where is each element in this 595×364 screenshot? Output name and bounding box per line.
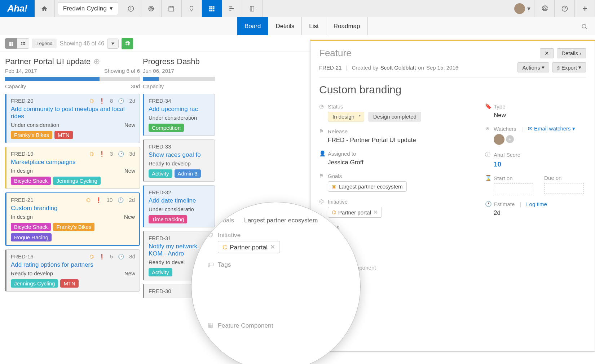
status-select[interactable]: In design [328,112,364,121]
score-value[interactable]: 10 [494,160,586,168]
due-date-input[interactable] [544,183,584,194]
card-tag[interactable]: Franky's Bikes [11,131,52,139]
release-value[interactable]: FRED - Partner Portal UI update [328,137,471,144]
log-time-link[interactable]: Log time [526,201,547,207]
feature-card[interactable]: FRED-30 [143,284,215,298]
email-watchers-link[interactable]: ✉ Email watchers ▾ [528,125,575,132]
plus-icon[interactable] [575,0,595,17]
view-grid-button[interactable] [17,38,29,48]
caret-down-icon: ▾ [110,5,113,12]
card-status: Under consideratio [149,206,194,212]
svg-rect-23 [9,44,11,46]
initiative-chip[interactable]: ⌬Partner portal✕ [328,207,382,218]
tab-details[interactable]: Details [268,17,302,35]
export-button[interactable]: ⎋ Export ▾ [552,62,586,72]
feature-card[interactable]: FRED-20⌬❗8🕐2d Add community to post meet… [5,94,140,143]
capacity-label: Capacity [5,83,26,89]
legend-button[interactable]: Legend [32,39,57,48]
card-title-link[interactable]: Show races goal fo [149,151,210,159]
card-tag[interactable]: Jennings Cycling [11,279,58,288]
filter-button[interactable] [107,39,119,49]
tag-chip[interactable]: Franky's Bikes✕ [382,232,436,243]
card-tag[interactable]: MTN [54,131,73,139]
help-icon[interactable] [555,0,575,17]
search-icon[interactable] [574,22,595,30]
estimate-value[interactable]: 2d [494,209,586,217]
feature-card[interactable]: FRED-32 Add date timeline Under consider… [143,185,215,227]
sub-nav: Board Details List Roadmap [0,17,595,35]
feature-card[interactable]: FRED-31 Notify my network KOM - Andro Re… [143,231,215,280]
card-tag[interactable]: Rogue Racing [11,233,52,241]
feature-card[interactable]: FRED-34 Add upcoming rac Under considera… [143,94,215,136]
tag-chip[interactable]: Bicycle Shack✕ [328,232,380,243]
grid-icon[interactable] [202,0,222,17]
status-done-button[interactable]: Design completed [369,112,421,121]
feature-card[interactable]: FRED-19⌬❗3🕐3d Marketplace campaigns In d… [5,147,140,189]
user-menu[interactable]: ▾ [511,0,534,17]
card-tag[interactable]: Bicycle Shack [11,177,51,185]
card-status: In design [11,214,33,220]
remove-icon[interactable]: ✕ [373,209,378,216]
calendar-icon[interactable] [162,0,182,17]
start-date-input[interactable] [494,183,533,194]
gear-icon[interactable] [534,0,555,17]
details-button[interactable]: Details › [557,48,586,58]
card-tag[interactable]: Franky's Bikes [53,223,94,231]
card-title-link[interactable]: Add community to post meetups and local … [11,106,135,120]
feature-title[interactable]: Custom branding [319,84,586,96]
goal-chip[interactable]: ▣Largest partner ecosystem [328,181,407,192]
notebook-icon[interactable] [242,0,263,17]
svg-rect-7 [209,6,211,8]
card-tag[interactable]: Competition [149,124,184,132]
card-tag[interactable]: Bicycle Shack [11,223,51,231]
gantt-icon[interactable] [222,0,242,17]
svg-point-1 [131,7,131,8]
view-compact-button[interactable] [5,38,17,48]
svg-rect-24 [12,44,13,46]
home-icon[interactable] [35,0,55,17]
add-icon[interactable]: ⊕ [93,57,100,66]
add-watcher-button[interactable]: + [506,135,514,143]
tag-chip[interactable]: Rogue Racing✕ [328,245,380,256]
card-id: FRED-19 [11,151,34,157]
card-tag[interactable]: Time tracking [149,215,187,223]
card-tag[interactable]: MTN [60,279,79,288]
workspace-selector[interactable]: Fredwin Cycling▾ [58,2,118,15]
assignee-value[interactable]: Jessica Groff [328,159,471,166]
remove-tag-icon[interactable]: ✕ [427,234,431,241]
info-icon[interactable] [121,0,141,17]
card-title-link[interactable]: Add rating options for partners [11,261,135,268]
card-title-link[interactable]: Marketplace campaigns [11,159,135,166]
actions-button[interactable]: Actions ▾ [517,62,549,72]
card-title-link[interactable]: Add upcoming rac [149,106,210,113]
hierarchy-icon: ⌬ [89,254,94,259]
card-title-link[interactable]: Custom branding [11,205,135,212]
card-title-link[interactable]: Add date timeline [149,197,210,204]
feature-card[interactable]: FRED-16⌬❗5🕐8d Add rating options for par… [5,249,140,292]
lightbulb-icon[interactable] [182,0,202,17]
card-title-link[interactable]: Notify my network KOM - Andro [149,243,210,257]
card-tag[interactable]: Activity [149,169,172,178]
type-value[interactable]: New [494,112,586,119]
feature-card[interactable]: FRED-21⌬❗10🕐2d Custom branding In design… [5,192,140,246]
remove-tag-icon[interactable]: ✕ [371,247,376,254]
tab-board[interactable]: Board [237,17,268,35]
card-tag[interactable]: Activity [149,268,172,276]
close-button[interactable]: ✕ [540,48,554,58]
target-icon[interactable] [141,0,162,17]
info-icon: ⓘ [485,151,491,158]
watcher-avatar[interactable] [494,134,504,145]
remove-tag-icon[interactable]: ✕ [371,234,376,241]
card-tag[interactable]: Admin 3 [175,169,201,178]
logo[interactable]: Aha! [0,0,35,17]
tab-list[interactable]: List [302,17,326,35]
settings-button[interactable] [122,38,133,49]
card-id: FRED-32 [149,189,171,195]
card-tag[interactable]: Jennings Cycling [53,177,100,185]
svg-rect-26 [23,42,24,43]
tab-roadmap[interactable]: Roadmap [326,17,368,35]
caret-down-icon: ▾ [527,5,530,13]
flag-icon: ⚑ [319,173,325,179]
feature-card[interactable]: FRED-33 Show races goal fo Ready to deve… [143,139,215,182]
eye-icon: 👁 [485,126,491,132]
